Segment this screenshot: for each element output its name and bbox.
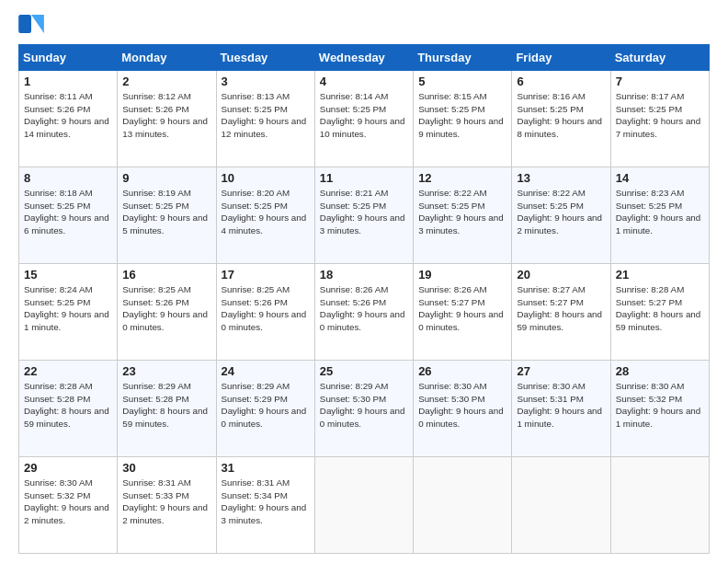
sunrise-label: Sunrise: 8:29 AM: [222, 381, 290, 391]
daylight-label: Daylight: 9 hours and 4 minutes.: [222, 213, 307, 236]
sunset-label: Sunset: 5:25 PM: [517, 201, 583, 211]
daylight-label: Daylight: 9 hours and 0 minutes.: [418, 406, 504, 429]
sunrise-label: Sunrise: 8:30 AM: [24, 477, 93, 488]
daylight-label: Daylight: 8 hours and 59 minutes.: [24, 406, 109, 429]
daylight-label: Daylight: 9 hours and 2 minutes.: [517, 213, 602, 236]
day-info: Sunrise: 8:25 AM Sunset: 5:26 PM Dayligh…: [122, 283, 210, 334]
day-number: 6: [517, 75, 605, 88]
day-number: 20: [517, 268, 605, 282]
day-number: 25: [320, 364, 408, 378]
sunset-label: Sunset: 5:25 PM: [222, 104, 288, 114]
header: [18, 15, 710, 35]
day-info: Sunrise: 8:24 AM Sunset: 5:25 PM Dayligh…: [24, 283, 112, 334]
daylight-label: Daylight: 9 hours and 3 minutes.: [418, 213, 504, 236]
daylight-label: Daylight: 9 hours and 3 minutes.: [222, 502, 307, 525]
day-number: 27: [517, 364, 605, 378]
day-number: 15: [24, 268, 112, 282]
daylight-label: Daylight: 9 hours and 1 minute.: [517, 406, 602, 429]
sunset-label: Sunset: 5:30 PM: [418, 394, 484, 404]
svg-marker-1: [31, 15, 44, 33]
sunset-label: Sunset: 5:29 PM: [222, 394, 288, 404]
day-info: Sunrise: 8:11 AM Sunset: 5:26 PM Dayligh…: [24, 90, 112, 141]
sunset-label: Sunset: 5:33 PM: [122, 490, 188, 500]
day-number: 8: [24, 171, 112, 185]
sunset-label: Sunset: 5:26 PM: [122, 297, 188, 307]
day-info: Sunrise: 8:22 AM Sunset: 5:25 PM Dayligh…: [418, 187, 506, 237]
sunrise-label: Sunrise: 8:30 AM: [418, 381, 487, 391]
sunset-label: Sunset: 5:26 PM: [222, 297, 288, 307]
sunrise-label: Sunrise: 8:14 AM: [320, 91, 389, 101]
day-number: 12: [418, 171, 506, 185]
sunset-label: Sunset: 5:25 PM: [517, 104, 583, 114]
weekday-header-tuesday: Tuesday: [216, 45, 314, 71]
daylight-label: Daylight: 9 hours and 8 minutes.: [517, 116, 602, 139]
sunset-label: Sunset: 5:32 PM: [24, 490, 90, 500]
empty-cell: [414, 457, 512, 554]
empty-cell: [512, 457, 610, 554]
sunrise-label: Sunrise: 8:25 AM: [122, 284, 191, 294]
day-number: 14: [616, 171, 704, 185]
calendar-day-29: 29 Sunrise: 8:30 AM Sunset: 5:32 PM Dayl…: [19, 457, 118, 554]
daylight-label: Daylight: 8 hours and 59 minutes.: [122, 406, 208, 429]
calendar-day-25: 25 Sunrise: 8:29 AM Sunset: 5:30 PM Dayl…: [314, 361, 413, 457]
day-number: 18: [320, 268, 408, 282]
calendar-day-6: 6 Sunrise: 8:16 AM Sunset: 5:25 PM Dayli…: [512, 71, 610, 167]
calendar-header: SundayMondayTuesdayWednesdayThursdayFrid…: [19, 45, 710, 71]
sunrise-label: Sunrise: 8:23 AM: [616, 188, 685, 198]
sunset-label: Sunset: 5:25 PM: [616, 201, 682, 211]
day-info: Sunrise: 8:30 AM Sunset: 5:30 PM Dayligh…: [418, 380, 506, 431]
day-info: Sunrise: 8:16 AM Sunset: 5:25 PM Dayligh…: [517, 90, 605, 141]
svg-rect-0: [18, 15, 31, 33]
sunrise-label: Sunrise: 8:25 AM: [222, 284, 290, 294]
calendar-week-3: 15 Sunrise: 8:24 AM Sunset: 5:25 PM Dayl…: [19, 264, 710, 361]
sunrise-label: Sunrise: 8:20 AM: [222, 188, 290, 198]
sunrise-label: Sunrise: 8:27 AM: [517, 284, 586, 294]
day-info: Sunrise: 8:18 AM Sunset: 5:25 PM Dayligh…: [24, 187, 112, 237]
day-number: 7: [616, 75, 704, 88]
calendar-day-30: 30 Sunrise: 8:31 AM Sunset: 5:33 PM Dayl…: [118, 457, 216, 554]
day-info: Sunrise: 8:28 AM Sunset: 5:28 PM Dayligh…: [24, 380, 112, 431]
day-info: Sunrise: 8:20 AM Sunset: 5:25 PM Dayligh…: [222, 187, 310, 237]
day-number: 9: [122, 171, 210, 185]
sunrise-label: Sunrise: 8:28 AM: [616, 284, 685, 294]
day-number: 19: [418, 268, 506, 282]
day-info: Sunrise: 8:17 AM Sunset: 5:25 PM Dayligh…: [616, 90, 704, 141]
calendar-day-14: 14 Sunrise: 8:23 AM Sunset: 5:25 PM Dayl…: [610, 167, 709, 264]
day-info: Sunrise: 8:23 AM Sunset: 5:25 PM Dayligh…: [616, 187, 704, 237]
calendar-day-8: 8 Sunrise: 8:18 AM Sunset: 5:25 PM Dayli…: [19, 167, 118, 264]
sunset-label: Sunset: 5:25 PM: [418, 201, 484, 211]
sunset-label: Sunset: 5:31 PM: [517, 394, 583, 404]
day-number: 23: [122, 364, 210, 378]
daylight-label: Daylight: 9 hours and 2 minutes.: [24, 502, 109, 525]
logo: [18, 15, 51, 35]
sunrise-label: Sunrise: 8:29 AM: [320, 381, 389, 391]
calendar-day-9: 9 Sunrise: 8:19 AM Sunset: 5:25 PM Dayli…: [118, 167, 216, 264]
day-number: 24: [222, 364, 310, 378]
daylight-label: Daylight: 9 hours and 14 minutes.: [24, 116, 109, 139]
calendar-day-20: 20 Sunrise: 8:27 AM Sunset: 5:27 PM Dayl…: [512, 264, 610, 361]
calendar-day-23: 23 Sunrise: 8:29 AM Sunset: 5:28 PM Dayl…: [118, 361, 216, 457]
calendar-day-17: 17 Sunrise: 8:25 AM Sunset: 5:26 PM Dayl…: [216, 264, 314, 361]
sunrise-label: Sunrise: 8:30 AM: [616, 381, 685, 391]
calendar-day-24: 24 Sunrise: 8:29 AM Sunset: 5:29 PM Dayl…: [216, 361, 314, 457]
empty-cell: [610, 457, 709, 554]
calendar-day-18: 18 Sunrise: 8:26 AM Sunset: 5:26 PM Dayl…: [314, 264, 413, 361]
calendar-day-13: 13 Sunrise: 8:22 AM Sunset: 5:25 PM Dayl…: [512, 167, 610, 264]
sunrise-label: Sunrise: 8:13 AM: [222, 91, 290, 101]
sunset-label: Sunset: 5:34 PM: [222, 490, 288, 500]
sunrise-label: Sunrise: 8:29 AM: [122, 381, 191, 391]
sunset-label: Sunset: 5:25 PM: [616, 104, 682, 114]
calendar-day-2: 2 Sunrise: 8:12 AM Sunset: 5:26 PM Dayli…: [118, 71, 216, 167]
day-info: Sunrise: 8:13 AM Sunset: 5:25 PM Dayligh…: [222, 90, 310, 141]
calendar-day-28: 28 Sunrise: 8:30 AM Sunset: 5:32 PM Dayl…: [610, 361, 709, 457]
sunrise-label: Sunrise: 8:22 AM: [517, 188, 586, 198]
sunset-label: Sunset: 5:32 PM: [616, 394, 682, 404]
daylight-label: Daylight: 9 hours and 3 minutes.: [320, 213, 405, 236]
daylight-label: Daylight: 9 hours and 0 minutes.: [320, 309, 405, 332]
weekday-header-sunday: Sunday: [19, 45, 118, 71]
day-info: Sunrise: 8:22 AM Sunset: 5:25 PM Dayligh…: [517, 187, 605, 237]
sunrise-label: Sunrise: 8:31 AM: [222, 477, 290, 488]
day-number: 13: [517, 171, 605, 185]
sunrise-label: Sunrise: 8:18 AM: [24, 188, 93, 198]
daylight-label: Daylight: 9 hours and 13 minutes.: [122, 116, 208, 139]
